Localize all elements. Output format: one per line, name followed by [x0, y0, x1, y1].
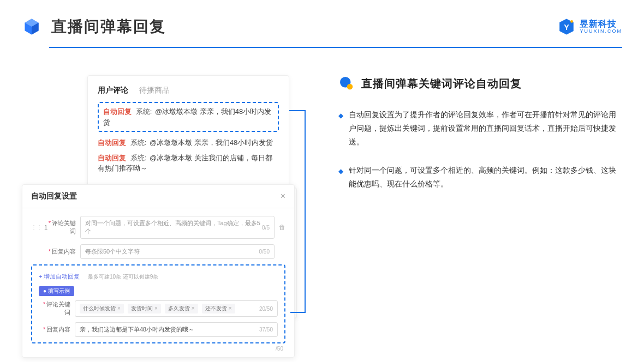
- example-keyword-counter: 20/50: [259, 306, 273, 312]
- highlighted-comment: 自动回复 系统: @冰墩墩本墩 亲亲，我们48小时内发货: [98, 102, 279, 132]
- comment-text: @冰墩墩本墩 亲亲，我们48小时内发货: [150, 138, 273, 147]
- bullet-item: ◆ 针对同一个问题，可设置多个相近的、高频的关键词。例如：这款多少钱、这块能优惠…: [338, 164, 622, 191]
- remove-tag-icon[interactable]: ×: [229, 305, 232, 311]
- tab-pending-goods[interactable]: 待播商品: [139, 86, 170, 95]
- tag-chip: 还不发货×: [202, 304, 235, 313]
- tag-chip: 什么时候发货×: [80, 304, 124, 313]
- add-hint: 最多可建10条 还可以创建9条: [88, 274, 158, 280]
- logo-url: YUUXIN.COM: [580, 29, 622, 34]
- example-content-row: *回复内容 亲，我们这边都是下单48小时内发货的哦～ 37/50: [39, 322, 278, 337]
- system-label: 系统:: [130, 138, 147, 147]
- example-keyword-label: 评论关键词: [46, 301, 70, 316]
- bullet-icon: ◆: [338, 166, 343, 191]
- settings-title: 自动回复设置: [31, 191, 77, 201]
- connector-line: [290, 312, 306, 313]
- bullet-icon: ◆: [338, 110, 343, 149]
- chat-bubble-icon: [338, 75, 355, 92]
- keyword-label: 评论关键词: [52, 220, 76, 234]
- svg-point-1: [571, 20, 574, 23]
- page-title: 直播间弹幕回复: [51, 16, 558, 37]
- background-counter: /50: [31, 343, 285, 352]
- example-content-counter: 37/50: [259, 327, 273, 333]
- section-title: 直播间弹幕关键词评论自动回复: [361, 76, 522, 91]
- tag-chip: 发货时间×: [128, 304, 161, 313]
- form-row-keyword: ⋮⋮1 *评论关键词 对同一个问题，可设置多个相近、高频的关键词，Tag确定，最…: [31, 216, 285, 239]
- logo-icon: Y: [558, 18, 575, 35]
- svg-point-3: [347, 84, 353, 90]
- remove-tag-icon[interactable]: ×: [154, 305, 158, 311]
- drag-handle-icon[interactable]: ⋮⋮: [31, 225, 42, 230]
- close-icon[interactable]: ×: [281, 191, 285, 201]
- content-placeholder: 每条限50个中文字符: [85, 248, 140, 256]
- content-label: 回复内容: [52, 248, 76, 255]
- comment-row: 自动回复 系统: @冰墩墩本墩 亲亲，我们48小时内发货: [98, 137, 279, 148]
- comment-row: 自动回复 系统: @冰墩墩本墩 关注我们的店铺，每日都有热门推荐呦～: [98, 153, 279, 174]
- content-input[interactable]: 每条限50个中文字符 0/50: [80, 244, 275, 259]
- auto-reply-tag: 自动回复: [103, 107, 132, 116]
- connector-line: [305, 110, 306, 312]
- system-label: 系统:: [136, 107, 152, 116]
- keyword-counter: 0/5: [262, 225, 270, 231]
- auto-reply-tag: 自动回复: [98, 154, 126, 162]
- bullet-text: 针对同一个问题，可设置多个相近的、高频的关键词。例如：这款多少钱、这块能优惠吗、…: [349, 164, 622, 191]
- system-label: 系统:: [130, 154, 147, 162]
- example-content-value: 亲，我们这边都是下单48小时内发货的哦～: [80, 325, 194, 334]
- settings-card: 自动回复设置 × ⋮⋮1 *评论关键词 对同一个问题，可设置多个相近、高频的关键…: [22, 184, 295, 358]
- svg-text:Y: Y: [564, 23, 570, 32]
- comment-card: 用户评论 待播商品 自动回复 系统: @冰墩墩本墩 亲亲，我们48小时内发货 自…: [87, 75, 289, 186]
- cube-icon: [22, 17, 41, 37]
- remove-tag-icon[interactable]: ×: [117, 305, 121, 311]
- keyword-input[interactable]: 对同一个问题，可设置多个相近、高频的关键词，Tag确定，最多5个 0/5: [80, 216, 275, 239]
- example-box: + 增加自动回复 最多可建10条 还可以创建9条 ● 填写示例 *评论关键词 什…: [31, 264, 285, 343]
- example-keyword-input[interactable]: 什么时候发货× 发货时间× 多久发货× 还不发货× 20/50: [75, 300, 278, 317]
- example-badge: ● 填写示例: [39, 286, 74, 296]
- tab-user-comments[interactable]: 用户评论: [98, 86, 128, 95]
- bullet-text: 自动回复设置为了提升作者的评论回复效率，作者可在开播前针对常见的评论用户问题，提…: [349, 108, 622, 149]
- delete-icon[interactable]: 🗑: [279, 224, 285, 231]
- example-content-input[interactable]: 亲，我们这边都是下单48小时内发货的哦～ 37/50: [75, 322, 278, 337]
- tag-chip: 多久发货×: [165, 304, 198, 313]
- connector-line: [288, 110, 305, 111]
- content-counter: 0/50: [259, 249, 270, 255]
- example-content-label: 回复内容: [46, 326, 70, 333]
- logo: Y 昱新科技 YUUXIN.COM: [558, 18, 622, 35]
- remove-tag-icon[interactable]: ×: [192, 305, 195, 311]
- keyword-placeholder: 对同一个问题，可设置多个相近、高频的关键词，Tag确定，最多5个: [85, 219, 262, 236]
- logo-name: 昱新科技: [580, 19, 622, 29]
- form-row-content: *回复内容 每条限50个中文字符 0/50 🗑: [31, 244, 285, 259]
- add-auto-reply-link[interactable]: + 增加自动回复: [39, 273, 80, 280]
- bullet-item: ◆ 自动回复设置为了提升作者的评论回复效率，作者可在开播前针对常见的评论用户问题…: [338, 108, 622, 149]
- auto-reply-tag: 自动回复: [98, 138, 126, 147]
- example-keyword-row: *评论关键词 什么时候发货× 发货时间× 多久发货× 还不发货× 20/50: [39, 300, 278, 317]
